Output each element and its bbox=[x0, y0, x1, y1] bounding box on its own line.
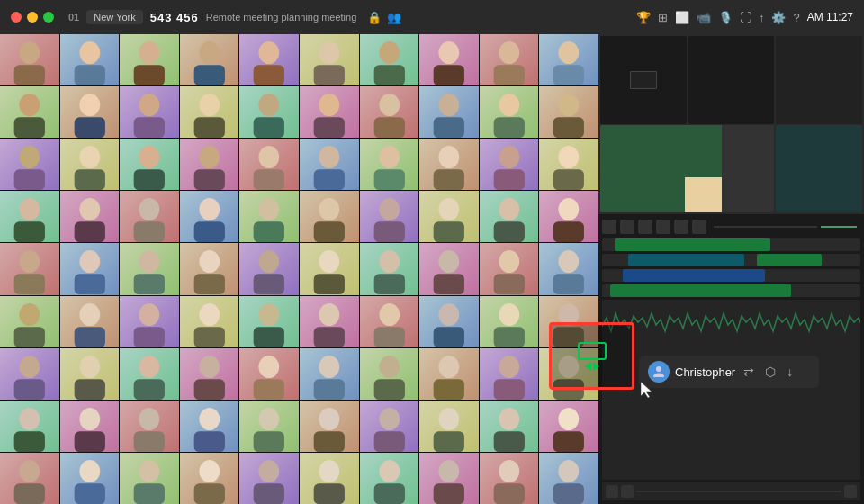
mic-icon[interactable]: 🎙️ bbox=[718, 11, 733, 24]
svg-rect-173 bbox=[374, 483, 404, 504]
swap-icon[interactable]: ⇄ bbox=[741, 364, 757, 379]
svg-rect-143 bbox=[74, 431, 104, 452]
table-row bbox=[0, 191, 59, 242]
svg-rect-33 bbox=[374, 117, 404, 138]
table-row bbox=[239, 453, 299, 504]
svg-rect-103 bbox=[74, 327, 104, 347]
svg-rect-153 bbox=[374, 431, 404, 452]
svg-rect-53 bbox=[374, 169, 404, 190]
svg-point-106 bbox=[199, 303, 220, 326]
table-row bbox=[419, 86, 479, 138]
svg-rect-7 bbox=[194, 65, 224, 86]
svg-rect-21 bbox=[14, 117, 45, 138]
table-row bbox=[480, 296, 539, 347]
svg-rect-37 bbox=[493, 117, 524, 138]
svg-rect-1 bbox=[14, 65, 45, 86]
table-row bbox=[120, 400, 179, 452]
svg-rect-149 bbox=[254, 431, 284, 452]
download-button[interactable]: ↓ bbox=[784, 364, 796, 379]
svg-rect-15 bbox=[434, 65, 464, 86]
table-row bbox=[120, 348, 179, 400]
close-button[interactable] bbox=[11, 12, 22, 22]
svg-point-156 bbox=[499, 408, 519, 430]
table-row bbox=[0, 348, 59, 400]
svg-rect-95 bbox=[434, 274, 464, 295]
table-row bbox=[239, 296, 299, 347]
table-row bbox=[300, 86, 359, 138]
svg-point-54 bbox=[439, 146, 460, 168]
svg-rect-29 bbox=[254, 117, 284, 138]
svg-point-160 bbox=[19, 460, 40, 482]
svg-rect-155 bbox=[434, 431, 464, 452]
svg-rect-39 bbox=[554, 117, 584, 138]
svg-rect-171 bbox=[314, 483, 345, 504]
video-toggle-icon[interactable]: 📹 bbox=[697, 11, 711, 24]
table-row bbox=[300, 296, 359, 347]
share-button[interactable]: ⬡ bbox=[762, 364, 778, 379]
svg-point-164 bbox=[140, 460, 160, 482]
svg-rect-159 bbox=[554, 431, 584, 452]
christopher-highlight-box bbox=[549, 322, 634, 390]
svg-point-152 bbox=[379, 408, 400, 430]
help-icon[interactable]: ? bbox=[793, 11, 799, 24]
table-row bbox=[0, 296, 59, 347]
svg-rect-51 bbox=[314, 169, 345, 190]
svg-point-166 bbox=[199, 460, 220, 482]
meeting-id: 543 456 bbox=[150, 11, 199, 24]
svg-point-48 bbox=[259, 146, 280, 168]
svg-rect-17 bbox=[493, 65, 524, 86]
svg-rect-141 bbox=[14, 431, 45, 452]
svg-point-14 bbox=[439, 41, 460, 64]
svg-point-32 bbox=[379, 94, 400, 116]
svg-point-72 bbox=[379, 198, 400, 220]
svg-point-64 bbox=[140, 198, 160, 220]
svg-point-82 bbox=[79, 250, 100, 273]
svg-rect-81 bbox=[14, 274, 45, 295]
svg-point-40 bbox=[19, 146, 40, 168]
table-row bbox=[180, 243, 239, 294]
svg-point-174 bbox=[439, 460, 460, 482]
svg-rect-125 bbox=[134, 379, 165, 400]
meeting-title: Remote meeting planning meeting bbox=[206, 12, 357, 22]
titlebar-security-icons: 🔒 👥 bbox=[367, 11, 401, 24]
table-row bbox=[60, 400, 120, 452]
table-row bbox=[120, 243, 179, 294]
share-screen-icon[interactable]: ↑ bbox=[759, 11, 765, 24]
svg-point-80 bbox=[19, 250, 40, 273]
table-row bbox=[180, 34, 239, 86]
table-row bbox=[60, 139, 120, 190]
table-row bbox=[300, 453, 359, 504]
table-row bbox=[120, 453, 179, 504]
maximize-button[interactable] bbox=[43, 12, 54, 22]
table-row bbox=[180, 348, 239, 400]
minimize-button[interactable] bbox=[27, 12, 38, 22]
svg-rect-27 bbox=[194, 117, 224, 138]
svg-point-136 bbox=[499, 356, 519, 378]
table-row bbox=[180, 191, 239, 242]
svg-point-58 bbox=[559, 146, 580, 168]
table-row bbox=[480, 34, 539, 86]
svg-point-100 bbox=[19, 303, 40, 326]
table-row bbox=[120, 139, 179, 190]
table-row bbox=[360, 400, 419, 452]
award-icon[interactable]: 🏆 bbox=[636, 11, 651, 24]
table-row bbox=[480, 139, 539, 190]
svg-point-112 bbox=[379, 303, 400, 326]
view-icon[interactable]: ⬜ bbox=[675, 11, 689, 24]
svg-rect-85 bbox=[134, 274, 165, 295]
table-row bbox=[480, 86, 539, 138]
svg-rect-71 bbox=[314, 222, 345, 243]
table-row bbox=[0, 34, 59, 86]
timeline-track-4 bbox=[602, 284, 860, 297]
table-row bbox=[120, 86, 179, 138]
table-row bbox=[239, 348, 299, 400]
layouts-icon[interactable]: ⊞ bbox=[658, 11, 668, 24]
table-row bbox=[239, 191, 299, 242]
video-grid bbox=[0, 34, 598, 504]
settings-icon[interactable]: ⚙️ bbox=[771, 11, 786, 24]
svg-rect-35 bbox=[434, 117, 464, 138]
fullscreen-icon[interactable]: ⛶ bbox=[740, 11, 752, 24]
svg-point-42 bbox=[79, 146, 100, 168]
table-row bbox=[120, 296, 179, 347]
svg-rect-57 bbox=[493, 169, 524, 190]
